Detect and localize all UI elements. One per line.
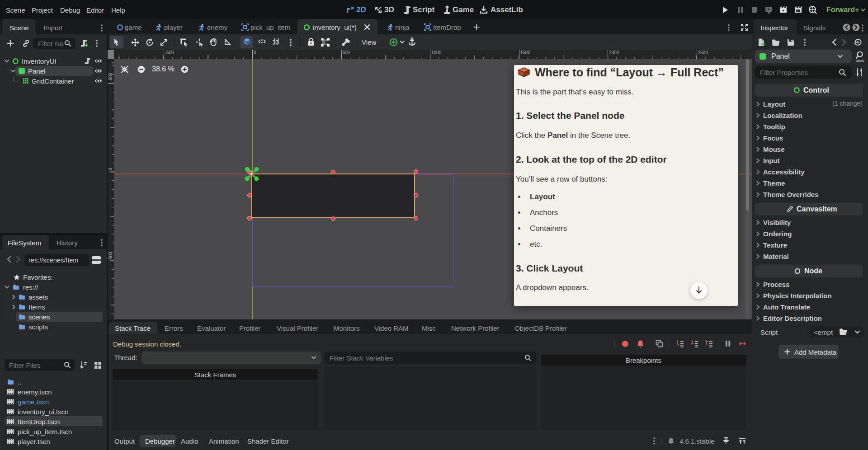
- svg-text:500: 500: [108, 251, 113, 259]
- svg-text:-500: -500: [108, 72, 113, 81]
- svg-text:0: 0: [108, 168, 113, 170]
- svg-text:DOC: DOC: [856, 59, 864, 62]
